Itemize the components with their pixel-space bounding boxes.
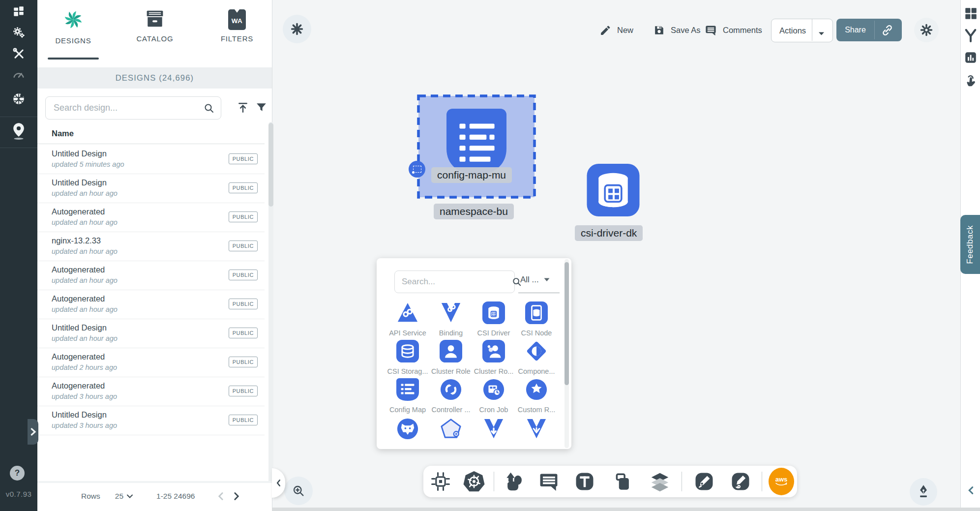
share-label: Share bbox=[836, 26, 874, 34]
new-button[interactable]: New bbox=[599, 19, 633, 41]
kubernetes-button[interactable] bbox=[462, 470, 486, 493]
design-canvas[interactable]: New Save As Comments Actions Share bbox=[272, 0, 961, 508]
component-label: CSI Driver bbox=[472, 329, 515, 337]
component-daemon-set[interactable] bbox=[386, 418, 429, 445]
doodle-tool-button[interactable] bbox=[729, 470, 752, 493]
filter-funnel-icon[interactable] bbox=[255, 101, 267, 116]
sidebar-item-extensions[interactable] bbox=[0, 90, 37, 110]
component-csi-storage-capacity[interactable]: CSI Storag... bbox=[386, 340, 429, 375]
merge-button[interactable] bbox=[961, 28, 980, 43]
component-endpoints[interactable] bbox=[472, 418, 515, 445]
sidebar-item-lifecycle[interactable] bbox=[0, 24, 37, 42]
share-button[interactable]: Share bbox=[836, 19, 902, 41]
aws-shape-button[interactable]: aws bbox=[768, 468, 795, 495]
component-csi-driver[interactable]: CSI Driver bbox=[472, 301, 515, 337]
sidebar-item-performance[interactable] bbox=[0, 67, 37, 85]
copy-link-icon[interactable] bbox=[881, 24, 894, 39]
csi-driver-icon bbox=[482, 301, 505, 324]
comment-tool-button[interactable] bbox=[537, 470, 561, 493]
design-row[interactable]: Untitled Design updated 3 hours ago PUBL… bbox=[37, 406, 265, 435]
design-row[interactable]: Untitled Design updated an hour ago PUBL… bbox=[37, 319, 265, 348]
tab-catalog[interactable]: CATALOG bbox=[123, 9, 187, 43]
pen-tool-button[interactable] bbox=[692, 470, 716, 493]
tab-filters[interactable]: WA FILTERS bbox=[205, 9, 269, 43]
design-row[interactable]: Untitled Design updated 5 minutes ago PU… bbox=[37, 145, 265, 174]
design-search-input[interactable] bbox=[53, 102, 203, 114]
component-deployment[interactable] bbox=[429, 418, 473, 445]
node-namespace-selected[interactable]: config-map-mu bbox=[417, 94, 536, 199]
component-cron-job[interactable]: Cron Job bbox=[472, 378, 515, 414]
visibility-badge: PUBLIC bbox=[229, 270, 258, 280]
design-row[interactable]: Untitled Design updated an hour ago PUBL… bbox=[37, 174, 265, 203]
sidebar-expand-handle[interactable] bbox=[28, 419, 38, 445]
actions-button[interactable]: Actions bbox=[771, 19, 833, 42]
component-cluster-role[interactable]: Cluster Role bbox=[429, 340, 473, 375]
settings-button[interactable] bbox=[914, 18, 939, 42]
csi-node-icon bbox=[525, 301, 548, 324]
tab-designs[interactable]: DESIGNS bbox=[41, 9, 105, 45]
design-row[interactable]: Autogenerated updated an hour ago PUBLIC bbox=[37, 290, 265, 319]
next-page-icon[interactable] bbox=[233, 492, 240, 501]
design-row[interactable]: Autogenerated updated an hour ago PUBLIC bbox=[37, 261, 265, 290]
sidebar-item-visualize[interactable] bbox=[0, 120, 37, 145]
sidebar-item-dashboard[interactable] bbox=[0, 4, 37, 21]
caret-down-icon bbox=[544, 278, 550, 282]
component-custom-resource[interactable]: Custom R... bbox=[515, 378, 558, 414]
y-merge-icon bbox=[963, 28, 978, 43]
search-icon[interactable] bbox=[203, 102, 215, 114]
component-label: Config Map bbox=[386, 406, 429, 414]
publish-upload-icon[interactable] bbox=[237, 101, 249, 116]
circuit-view-button[interactable] bbox=[429, 470, 452, 493]
node-label: csi-driver-dk bbox=[575, 225, 643, 241]
design-updated: updated 3 hours ago bbox=[52, 392, 117, 400]
actions-caret-icon[interactable] bbox=[818, 29, 825, 38]
help-button[interactable]: ? bbox=[10, 466, 25, 481]
component-controller-revision[interactable]: Controller ... bbox=[429, 378, 473, 414]
rows-per-page-value[interactable]: 25 bbox=[115, 492, 123, 501]
component-csi-node[interactable]: CSI Node bbox=[515, 301, 558, 337]
component-config-map[interactable]: Config Map bbox=[386, 378, 429, 414]
chart-panel-button[interactable] bbox=[961, 51, 980, 64]
feedback-tab[interactable]: Feedback bbox=[960, 215, 980, 274]
component-binding[interactable]: Binding bbox=[429, 301, 473, 337]
rows-per-page-caret-icon[interactable] bbox=[127, 494, 133, 498]
component-label: Binding bbox=[429, 329, 473, 337]
design-row[interactable]: nginx-13.2.33 updated an hour ago PUBLIC bbox=[37, 232, 265, 261]
layers-button[interactable] bbox=[648, 470, 672, 493]
save-as-button[interactable]: Save As bbox=[653, 19, 701, 41]
canvas-dock: aws bbox=[423, 466, 797, 497]
design-name: Autogenerated bbox=[52, 352, 105, 361]
palette-scrollbar-thumb[interactable] bbox=[564, 262, 569, 385]
component-cluster-role-binding[interactable]: Cluster Ro... bbox=[472, 340, 515, 375]
list-scrollbar-thumb[interactable] bbox=[268, 123, 273, 207]
chevron-right-icon bbox=[30, 428, 36, 436]
collapse-right-panel-button[interactable] bbox=[961, 486, 980, 495]
prev-page-icon[interactable] bbox=[217, 492, 224, 501]
category-select[interactable]: All ... bbox=[520, 275, 550, 285]
design-name: Autogenerated bbox=[52, 265, 105, 274]
design-mode-button[interactable] bbox=[910, 478, 937, 506]
zoom-button[interactable] bbox=[284, 477, 313, 505]
design-row[interactable]: Autogenerated updated an hour ago PUBLIC bbox=[37, 203, 265, 232]
component-endpoint-slice[interactable] bbox=[515, 418, 558, 445]
shapes-button[interactable] bbox=[502, 470, 526, 493]
sidebar-item-configuration[interactable] bbox=[0, 45, 37, 64]
components-grid-button[interactable] bbox=[961, 7, 980, 20]
interaction-button[interactable] bbox=[961, 73, 980, 88]
node-csi-driver[interactable]: csi-driver-dk bbox=[587, 164, 640, 218]
namespace-node-label[interactable]: namespace-bu bbox=[434, 204, 514, 219]
node-connection-handle[interactable] bbox=[409, 161, 425, 178]
comments-button[interactable]: Comments bbox=[704, 19, 762, 41]
text-tool-button[interactable] bbox=[573, 470, 596, 493]
notes-tool-button[interactable] bbox=[610, 470, 633, 493]
design-row[interactable]: Autogenerated updated 2 hours ago PUBLIC bbox=[37, 348, 265, 377]
component-api-service[interactable]: API Service bbox=[386, 301, 429, 337]
layers-icon bbox=[649, 470, 671, 493]
node-label: config-map-mu bbox=[431, 167, 512, 183]
design-row[interactable]: Autogenerated updated 3 hours ago PUBLIC bbox=[37, 377, 265, 406]
freeze-toggle-button[interactable] bbox=[283, 15, 311, 43]
tab-designs-label: DESIGNS bbox=[41, 36, 105, 45]
touch-icon bbox=[964, 73, 978, 88]
component-search-input[interactable] bbox=[401, 276, 511, 287]
component-component-status[interactable]: Compone... bbox=[515, 340, 558, 375]
